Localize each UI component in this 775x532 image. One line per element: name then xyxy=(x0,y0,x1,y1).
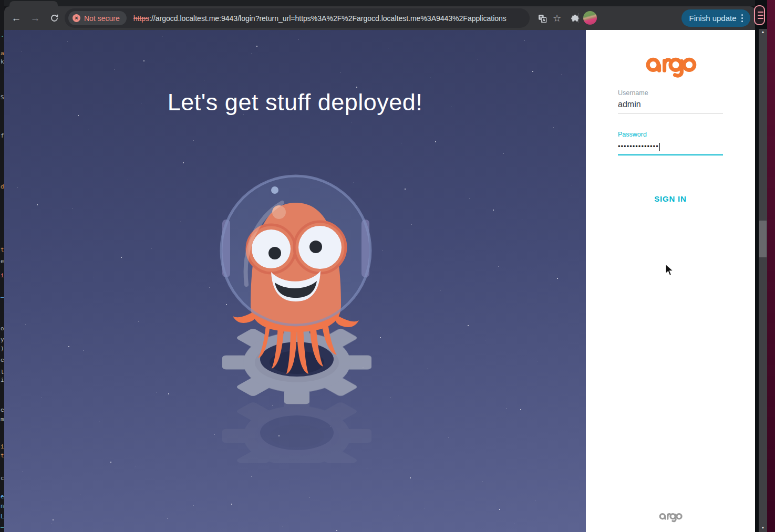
reload-button[interactable] xyxy=(46,10,62,26)
code-fragment: ) xyxy=(1,346,4,351)
finish-update-button[interactable]: Finish update xyxy=(681,9,750,27)
code-fragment: o xyxy=(1,326,4,331)
code-fragment: e xyxy=(1,407,4,413)
code-fragment: L xyxy=(1,514,4,519)
forward-icon: → xyxy=(30,13,40,23)
code-fragment: e xyxy=(1,494,4,499)
page-viewport: Let's get stuff deployed! xyxy=(4,30,755,532)
profile-avatar[interactable] xyxy=(583,11,597,25)
password-label: Password xyxy=(618,131,723,138)
hero-headline: Let's get stuff deployed! xyxy=(4,89,586,116)
background-hamburger-menu-icon[interactable] xyxy=(754,5,765,25)
bookmark-star-icon: ☆ xyxy=(553,13,561,24)
reload-icon xyxy=(50,14,59,23)
code-fragment: c xyxy=(1,475,4,481)
helmet xyxy=(221,176,370,325)
browser-window: ← → × Not secure https://argocd.localtes… xyxy=(4,0,755,532)
code-fragment: i xyxy=(1,444,4,450)
password-input[interactable]: •••••••••••••• xyxy=(618,142,723,151)
not-secure-icon: × xyxy=(73,14,80,22)
back-button[interactable]: ← xyxy=(8,10,24,26)
code-fragment: e xyxy=(1,357,4,363)
url-text: https://argocd.localtest.me:9443/login?r… xyxy=(133,14,507,23)
extensions-button[interactable] xyxy=(567,11,582,26)
desktop-wallpaper xyxy=(767,0,775,532)
argo-logo xyxy=(644,49,697,79)
code-fragment: t xyxy=(1,247,4,253)
argo-mascot-illustration xyxy=(212,169,380,463)
tab-strip xyxy=(4,0,755,6)
code-fragment: — xyxy=(1,524,4,530)
sign-in-button[interactable]: SIGN IN xyxy=(586,194,755,204)
scrollbar-thumb[interactable] xyxy=(759,221,767,257)
browser-toolbar: ← → × Not secure https://argocd.localtes… xyxy=(4,6,755,30)
overflow-menu-icon xyxy=(741,14,743,22)
argo-logo-small xyxy=(658,509,683,523)
forward-button[interactable]: → xyxy=(27,10,43,26)
gear xyxy=(222,320,371,404)
code-fragment: y xyxy=(1,337,4,342)
code-fragment: e xyxy=(1,258,4,264)
back-icon: ← xyxy=(12,13,22,23)
not-secure-chip[interactable]: × Not secure xyxy=(68,11,127,25)
background-app-edge: ·akSfdtei—oy)eliemitcenL— xyxy=(0,0,4,532)
address-bar[interactable]: × Not secure https://argocd.localtest.me… xyxy=(65,8,530,28)
code-fragment: i xyxy=(1,377,4,383)
scrollbar[interactable]: ▲ ▼ xyxy=(759,29,767,532)
code-fragment: l xyxy=(1,369,4,375)
code-fragment: i xyxy=(1,273,4,278)
scroll-up-button[interactable]: ▲ xyxy=(759,29,767,35)
browser-tab[interactable] xyxy=(9,1,58,6)
password-underline-focused xyxy=(618,154,723,155)
scroll-down-button[interactable]: ▼ xyxy=(759,525,767,531)
code-fragment: d xyxy=(1,184,4,190)
code-fragment: t xyxy=(1,453,4,458)
username-label: Username xyxy=(618,89,723,97)
code-fragment: f xyxy=(1,133,4,139)
username-input[interactable]: admin xyxy=(618,100,723,109)
password-field-group: Password •••••••••••••• xyxy=(618,131,723,151)
password-masked-value: •••••••••••••• xyxy=(618,142,659,150)
desktop-right-strip: ▲ ▼ xyxy=(755,0,775,532)
hero-panel: Let's get stuff deployed! xyxy=(4,30,586,532)
username-field-group: Username admin xyxy=(618,89,723,109)
url-rest: ://argocd.localtest.me:9443/login?return… xyxy=(149,14,507,23)
code-fragment: a xyxy=(1,50,4,56)
translate-icon xyxy=(538,14,547,23)
bookmark-star-button[interactable]: ☆ xyxy=(550,11,564,26)
star-field-bright xyxy=(4,30,5,31)
finish-update-label: Finish update xyxy=(689,14,736,23)
mouse-cursor xyxy=(664,264,675,277)
username-underline xyxy=(618,113,723,114)
not-secure-label: Not secure xyxy=(84,14,120,23)
login-panel: Username admin Password •••••••••••••• S… xyxy=(586,30,755,532)
translate-button[interactable] xyxy=(535,11,550,26)
code-fragment: · xyxy=(1,34,4,39)
code-fragment: k xyxy=(1,59,4,65)
toolbar-separator xyxy=(578,13,578,23)
code-fragment: n xyxy=(1,503,4,509)
code-fragment: — xyxy=(1,294,4,300)
code-fragment: m xyxy=(1,416,4,422)
text-caret xyxy=(659,143,660,151)
url-scheme-struck: https xyxy=(133,14,149,23)
code-fragment: S xyxy=(1,95,4,100)
